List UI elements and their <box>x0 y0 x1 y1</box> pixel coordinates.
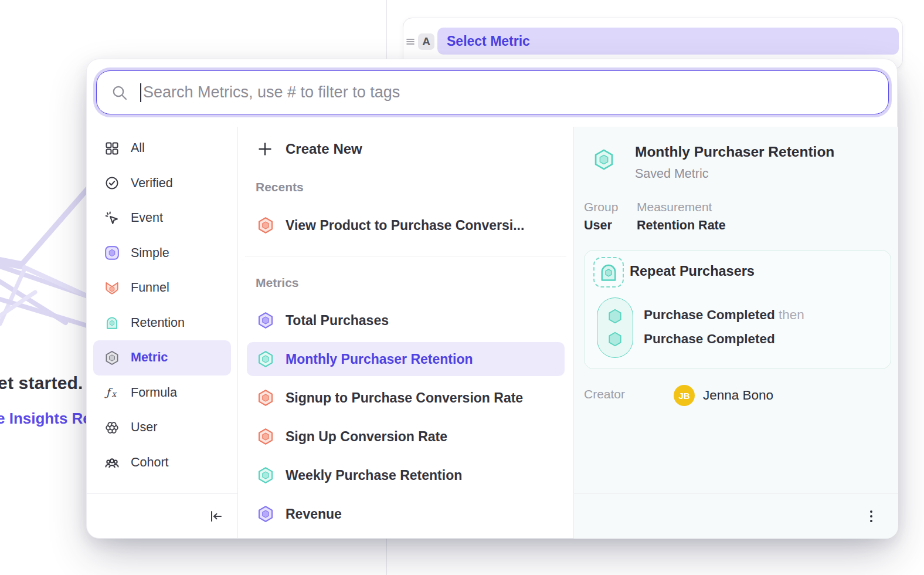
more-options-icon[interactable] <box>864 509 878 524</box>
sidebar-item-label: Retention <box>131 316 185 330</box>
creator-label: Creator <box>584 387 625 401</box>
sidebar-item-metric[interactable]: Metric <box>93 340 231 376</box>
sidebar-item-cohort[interactable]: Cohort <box>93 445 231 481</box>
detail-title: Monthly Purchaser Retention <box>635 144 834 160</box>
metric-item-label: Sign Up Conversion Rate <box>286 429 447 445</box>
metric-picker-dialog: All Verified Event <box>86 59 898 539</box>
metric-hexagon-icon <box>257 312 274 329</box>
sidebar-item-label: Formula <box>131 385 177 400</box>
svg-text:x: x <box>111 389 117 398</box>
step-hexagon-icon <box>606 330 624 348</box>
sidebar-item-label: Cohort <box>131 455 169 470</box>
sidebar-item-label: All <box>131 141 145 155</box>
step-sequence-capsule <box>597 297 633 358</box>
detail-subtitle: Saved Metric <box>635 167 708 181</box>
metric-item-total-purchases[interactable]: Total Purchases <box>247 303 565 337</box>
group-label: Group <box>584 200 618 214</box>
metrics-section-label: Metrics <box>238 276 573 290</box>
metric-item-label: View Product to Purchase Conversi... <box>286 218 524 234</box>
sidebar-item-label: Verified <box>131 176 173 191</box>
search-input[interactable] <box>143 75 888 110</box>
metric-hexagon-icon <box>593 148 615 171</box>
recent-metric-item[interactable]: View Product to Purchase Conversi... <box>247 209 565 242</box>
detail-footer <box>574 493 898 539</box>
sidebar-item-retention[interactable]: Retention <box>93 306 231 341</box>
sidebar-item-formula[interactable]: ƒ x Formula <box>93 376 231 411</box>
retention-arch-icon <box>104 315 120 330</box>
metric-item-label: Revenue <box>286 506 342 522</box>
cursor-spark-icon <box>104 211 120 226</box>
behavior-step-2: Purchase Completed <box>644 332 775 347</box>
behavior-step-1: Purchase Completed then <box>644 307 804 323</box>
metric-item-revenue[interactable]: Revenue <box>247 497 565 531</box>
metric-item-signup-to-purchase-conversion-rate[interactable]: Signup to Purchase Conversion Rate <box>247 381 565 415</box>
sidebar-item-label: Funnel <box>131 280 169 295</box>
funnel-icon <box>104 280 120 296</box>
search-icon <box>111 84 128 102</box>
sidebar-item-event[interactable]: Event <box>93 201 231 236</box>
sidebar-item-label: User <box>131 420 157 435</box>
grid-icon <box>104 141 120 156</box>
search-box[interactable] <box>96 70 889 114</box>
measurement-label: Measurement <box>637 200 712 214</box>
step-connector: then <box>779 307 804 322</box>
metric-list-column: Create New Recents View Product to Purch… <box>238 127 574 539</box>
sidebar-item-simple[interactable]: Simple <box>93 236 231 271</box>
behavior-title: Repeat Purchasers <box>630 263 755 279</box>
metric-item-label: Monthly Purchaser Retention <box>286 351 473 367</box>
metric-detail-panel: Monthly Purchaser Retention Saved Metric… <box>574 127 898 539</box>
behavior-definition-card: Repeat Purchasers Purchase Completed the… <box>584 250 891 369</box>
sidebar-footer <box>87 493 237 539</box>
metric-hexagon-icon <box>257 350 274 368</box>
creator-avatar: JB <box>674 385 695 406</box>
user-cluster-icon <box>104 420 120 435</box>
list-divider <box>245 256 566 256</box>
metric-row-badge: A <box>418 33 434 50</box>
sidebar-item-funnel[interactable]: Funnel <box>93 270 231 306</box>
metric-item-weekly-purchase-retention[interactable]: Weekly Purchase Retention <box>247 458 565 492</box>
verified-badge-icon <box>104 175 120 191</box>
sidebar-item-label: Simple <box>131 246 169 261</box>
create-new-label: Create New <box>286 141 362 157</box>
cohort-people-icon <box>104 455 120 470</box>
measurement-value: Retention Rate <box>637 218 726 233</box>
metric-item-label: Total Purchases <box>286 313 389 329</box>
step-1-event: Purchase Completed <box>644 307 775 322</box>
sidebar-item-label: Metric <box>131 350 168 365</box>
metric-hexagon-icon <box>257 428 274 445</box>
metric-item-monthly-purchaser-retention[interactable]: Monthly Purchaser Retention <box>247 342 565 376</box>
group-value: User <box>584 218 612 233</box>
metric-item-sign-up-conversion-rate[interactable]: Sign Up Conversion Rate <box>247 420 565 454</box>
step-hexagon-icon <box>606 307 624 325</box>
collapse-sidebar-icon[interactable] <box>208 508 225 525</box>
category-sidebar: All Verified Event <box>87 127 238 539</box>
metric-hexagon-icon <box>257 466 274 484</box>
drag-handle-icon[interactable] <box>405 36 416 47</box>
funnel-metric-icon <box>257 217 274 234</box>
repeat-purchasers-icon <box>593 257 624 288</box>
sidebar-item-user[interactable]: User <box>93 410 231 445</box>
metric-hexagon-icon <box>257 389 274 407</box>
formula-fx-icon: ƒ x <box>104 385 120 400</box>
create-new-button[interactable]: Create New <box>238 133 573 165</box>
sidebar-item-verified[interactable]: Verified <box>93 166 231 201</box>
background-insights-link-fragment[interactable]: e Insights Re <box>0 410 91 428</box>
select-metric-button[interactable]: Select Metric <box>437 28 899 55</box>
metric-hexagon-icon <box>104 350 120 366</box>
metric-item-label: Signup to Purchase Conversion Rate <box>286 390 523 406</box>
creator-name: Jenna Bono <box>703 388 773 403</box>
plus-icon <box>257 141 273 157</box>
metric-item-label: Weekly Purchase Retention <box>286 468 462 483</box>
sidebar-item-all[interactable]: All <box>93 131 231 166</box>
text-caret <box>140 83 141 102</box>
recents-section-label: Recents <box>238 180 573 194</box>
metric-hexagon-icon <box>257 505 274 523</box>
simple-metric-icon <box>104 245 120 261</box>
sidebar-item-label: Event <box>131 211 163 225</box>
background-heading-fragment: et started. <box>0 373 83 393</box>
